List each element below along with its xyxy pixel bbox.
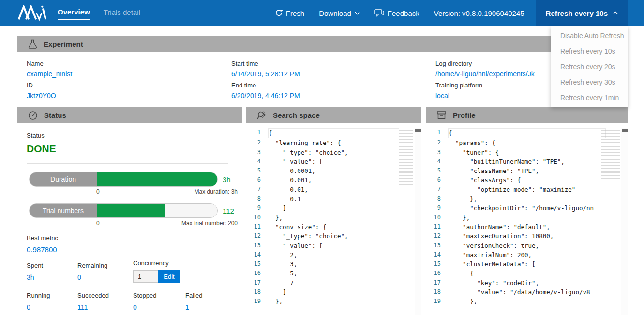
experiment-panel-title: Experiment bbox=[44, 40, 83, 48]
duration-minmax: 0 Max duration: 3h bbox=[96, 188, 238, 195]
line-number: 3 bbox=[246, 148, 268, 157]
line-number: 1 bbox=[246, 128, 268, 138]
code-line: 14 2, bbox=[246, 250, 421, 259]
trial-numbers-bar-label: Trial numbers bbox=[30, 204, 97, 217]
trial-numbers-max-label: Max trial number: 200 bbox=[181, 220, 238, 227]
code-text: ] bbox=[268, 203, 421, 213]
trial-numbers-bar-track bbox=[97, 204, 217, 217]
editor-scrollbar[interactable] bbox=[415, 128, 421, 315]
refresh-menu-item[interactable]: Refresh every 10s bbox=[551, 43, 628, 59]
search-space-code-editor[interactable]: 1 { 2 "learning_rate": { 3 "_type": "cho… bbox=[246, 128, 421, 315]
duration-value: 3h bbox=[223, 175, 231, 184]
remaining-label: Remaining bbox=[77, 262, 133, 269]
best-metric-value: 0.987800 bbox=[27, 245, 237, 254]
code-text: }, bbox=[268, 297, 421, 306]
feedback-icon bbox=[374, 9, 384, 17]
tab-overview[interactable]: Overview bbox=[58, 6, 90, 20]
fresh-button[interactable]: Fresh bbox=[275, 9, 304, 17]
code-line: 11 "authorName": "default", bbox=[426, 222, 628, 231]
running-value: 0 bbox=[27, 303, 77, 311]
download-menu-button[interactable]: Download bbox=[319, 9, 360, 17]
line-number: 11 bbox=[246, 222, 268, 231]
code-line: 12 "maxExecDuration": 10800, bbox=[426, 231, 628, 241]
code-text: "maxExecDuration": 10800, bbox=[448, 231, 628, 241]
line-number: 4 bbox=[426, 157, 448, 166]
stopped-count: Stopped 0 bbox=[133, 289, 185, 311]
code-line: 9 "checkpointDir": "/home/v-liguo/nn bbox=[426, 203, 628, 213]
field-value: example_mnist bbox=[27, 70, 231, 78]
line-number: 7 bbox=[246, 185, 268, 194]
refresh-menu-item[interactable]: Refresh every 20s bbox=[551, 59, 628, 74]
concurrency-block: Concurrency Edit bbox=[133, 259, 237, 283]
code-text: "authorName": "default", bbox=[448, 222, 628, 231]
concurrency-label: Concurrency bbox=[133, 259, 237, 267]
field-value: 6/14/2019, 5:28:12 PM bbox=[231, 70, 435, 78]
duration-max-label: Max duration: 3h bbox=[195, 188, 238, 195]
experiment-column-1: Name example_mnist ID Jktz0Y0O bbox=[27, 56, 231, 100]
code-text: 7 bbox=[268, 278, 421, 287]
line-number: 19 bbox=[246, 297, 268, 306]
code-text: }, bbox=[448, 194, 628, 203]
code-text: ] bbox=[268, 287, 421, 297]
tab-trials-detail[interactable]: Trials detail bbox=[104, 6, 140, 20]
line-number: 10 bbox=[426, 213, 448, 222]
code-line: 16 { bbox=[426, 269, 628, 278]
best-metric-label: Best metric bbox=[27, 234, 237, 242]
code-line: 7 0.01, bbox=[246, 185, 421, 194]
main-content: Experiment Name example_mnist ID Jktz0Y0… bbox=[0, 26, 644, 315]
stopped-value: 0 bbox=[133, 303, 185, 311]
concurrency-edit-button[interactable]: Edit bbox=[158, 270, 180, 283]
experiment-field-id: ID Jktz0Y0O bbox=[27, 82, 231, 100]
refresh-menu-item[interactable]: Refresh every 1min bbox=[551, 90, 628, 105]
code-line: 14 "maxTrialNum": 200, bbox=[426, 250, 628, 259]
line-number: 13 bbox=[426, 241, 448, 250]
duration-bar-track bbox=[97, 172, 217, 186]
code-text: { bbox=[448, 128, 606, 138]
code-text: "checkpointDir": "/home/v-liguo/nn bbox=[448, 203, 628, 213]
refresh-menu-item[interactable]: Refresh every 30s bbox=[551, 74, 628, 90]
duration-progress-bar: Duration bbox=[29, 172, 218, 187]
code-line: 15 "clusterMetaData": [ bbox=[426, 259, 628, 269]
code-text: "conv_size": { bbox=[268, 222, 421, 231]
editor-scrollbar-thumb[interactable] bbox=[622, 129, 628, 132]
trial-numbers-bar-row: Trial numbers 112 bbox=[29, 203, 237, 218]
editor-scrollbar[interactable] bbox=[621, 128, 628, 315]
line-number: 12 bbox=[426, 231, 448, 241]
field-label: End time bbox=[231, 82, 435, 89]
line-number: 6 bbox=[246, 175, 268, 185]
search-space-icon bbox=[256, 110, 267, 120]
code-line: 8 0.1 bbox=[246, 194, 421, 203]
line-number: 9 bbox=[426, 203, 448, 213]
code-line: 15 3, bbox=[246, 259, 421, 269]
refresh-menu-item[interactable]: Disable Auto Refresh bbox=[551, 28, 628, 43]
code-line: 12 "_type": "choice", bbox=[246, 231, 421, 241]
profile-code-editor[interactable]: 1 { 2 "params": { 3 "tuner": { bbox=[426, 128, 628, 315]
line-number: 14 bbox=[246, 250, 268, 259]
remaining-stat: Remaining 0 bbox=[77, 259, 133, 281]
line-number: 18 bbox=[426, 287, 448, 297]
code-line: 13 "versionCheck": true, bbox=[426, 241, 628, 250]
code-text: "value": "/data/home/v-liguo/v8 bbox=[448, 287, 628, 297]
concurrency-input[interactable] bbox=[133, 270, 158, 283]
chevron-up-icon bbox=[613, 11, 618, 15]
code-line: 1 { bbox=[426, 128, 628, 138]
spent-value: 3h bbox=[27, 273, 77, 281]
top-nav: Overview Trials detail Fresh Download bbox=[0, 0, 644, 26]
code-text: }, bbox=[448, 213, 628, 222]
feedback-link[interactable]: Feedback bbox=[374, 9, 419, 17]
code-line: 6 "classArgs": { bbox=[426, 175, 628, 185]
field-value: 6/20/2019, 4:46:12 PM bbox=[231, 92, 435, 100]
line-number: 13 bbox=[246, 241, 268, 250]
refresh-interval-button[interactable]: Refresh every 10s bbox=[536, 0, 628, 26]
editor-scrollbar-thumb[interactable] bbox=[415, 129, 421, 132]
trial-numbers-minmax: 0 Max trial number: 200 bbox=[96, 220, 238, 227]
running-label: Running bbox=[27, 292, 77, 299]
nni-overview-page: Overview Trials detail Fresh Download bbox=[0, 0, 644, 316]
panels-row: Status Status DONE Duration 3h bbox=[17, 107, 628, 315]
code-line: 11 "conv_size": { bbox=[246, 222, 421, 231]
experiment-panel: Experiment Name example_mnist ID Jktz0Y0… bbox=[17, 36, 628, 104]
running-count: Running 0 bbox=[27, 289, 77, 311]
spent-stat: Spent 3h bbox=[27, 259, 77, 281]
duration-bar-fill bbox=[97, 172, 217, 186]
experiment-column-2: Start time 6/14/2019, 5:28:12 PM End tim… bbox=[231, 56, 435, 100]
